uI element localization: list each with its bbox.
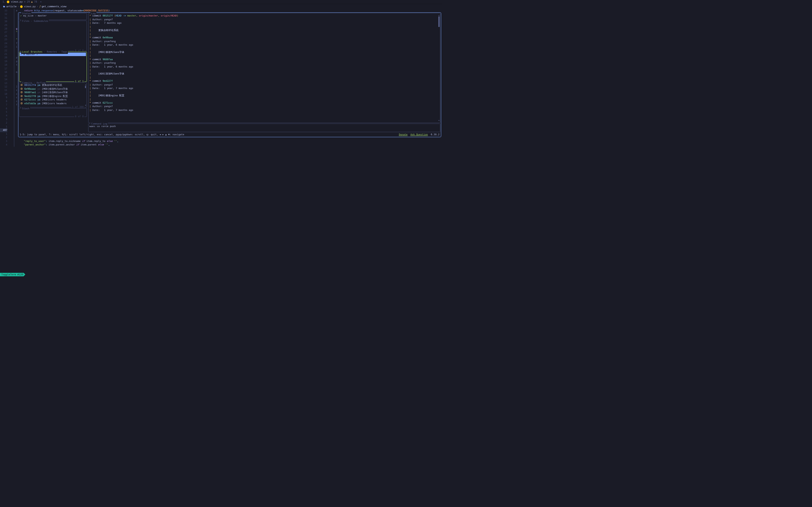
lazygit-left-column: Status ✓ my_site → master Files - Submod… [18,13,88,132]
crumb-file[interactable]: views.py [24,5,36,8]
folded-char: c [16,89,18,92]
line-number: 15 [0,74,7,78]
toggleterm-badge[interactable]: ToggleTerm #120 [0,273,26,276]
stash-panel[interactable]: Stash 0 of 0 [19,108,87,117]
line-number: 30 [0,20,7,23]
log-line: | [90,32,439,36]
log-line: | Date: 1 year, 6 months ago [90,65,439,68]
cmdlog-content: want to force push [90,124,439,128]
code-line: "reply_to_user": item.reply_to.nickname … [18,139,119,143]
panel-title-cmdlog: Command Log [90,122,108,125]
code-content-bottom[interactable]: "reply_to_user": item.reply_to.nickname … [18,139,119,147]
scrollbar-thumb[interactable] [438,16,439,27]
log-line: | Date: 1 year, 6 months ago [90,43,439,47]
branches-panel[interactable]: Local Branches - Remotes - Tags * ⚙ mast… [19,52,87,82]
folded-char [16,118,18,121]
line-number: 12 [0,85,7,89]
python-icon: ⬤ [7,0,9,3]
folded-char: e [16,9,18,12]
crumb-folder[interactable]: article [6,5,16,8]
log-panel[interactable]: Log * commit 001517f (HEAD -> master, or… [88,13,440,123]
log-line: | Date: 1 year, 7 months ago [90,87,439,90]
folded-char [16,49,18,52]
line-number: 26 [0,34,7,38]
panel-title-log: Log [90,12,96,15]
commit-item[interactable]: ⦿ 9688faa1 yx [ADD]添加MiSans字体 [20,91,85,94]
tab-filename: views.py [11,0,23,3]
line-number: 1 [0,125,7,128]
panel-title-branches: Local Branches - Remotes - Tags [21,50,68,54]
line-number: 10 [0,92,7,96]
line-number: 2 [0,135,7,139]
tab-bar: 1. ⬤ views.py ⊘ 29 ▲ 78 ✕ [0,0,443,4]
commits-panel[interactable]: Commits - Reflog ⦿ 001517f4 ya 更换自研评论系统⦿… [19,82,87,107]
commit-item[interactable]: ⦿ e5d7ab3a ya [MOD]cors headers [20,102,85,105]
line-number: 14 [0,78,7,81]
lazygit-window[interactable]: Status ✓ my_site → master Files - Submod… [18,12,441,137]
chevron-right-icon: › [17,5,19,8]
command-log-panel[interactable]: Command Log want to force push [88,124,440,132]
log-line: | Author: yangxf [90,18,439,21]
folded-char: c [16,100,18,103]
scroll-down-arrow[interactable]: ▼ [85,104,86,107]
editor-area: 3332313029282726252423222120191817161514… [0,9,443,273]
folded-char [16,34,18,38]
commit-item[interactable]: ⦿ 6271cccc ya [MOD]cors headers [20,98,85,101]
commit-item[interactable]: ⦿ 001517f4 ya 更换自研评论系统 [20,83,85,87]
folded-char: i [16,45,18,49]
tab-index: 1. [3,0,5,3]
tab-diag-count: ⊘ 29 [24,0,30,3]
ask-question-link[interactable]: Ask Question [410,133,428,136]
folded-char [16,23,18,27]
folded-char [16,67,18,70]
log-line: | [90,76,439,79]
line-number: 13 [0,81,7,85]
folder-icon: 🖿 [3,5,5,8]
code-line: "parent_anchor": item.parent.anchor if i… [18,143,119,147]
line-number: 8 [0,100,7,103]
lazygit-right-column: Log * commit 001517f (HEAD -> master, or… [88,13,441,132]
crumb-function[interactable]: get_comments_view [42,5,66,8]
close-icon[interactable]: ✕ [40,0,42,3]
line-number: 20 [0,56,7,59]
breadcrumb: 🖿 article › ⬤ views.py › ƒ get_comments_… [0,4,443,9]
help-bar: 1-5: jump to panel, ?: menu, H/L: scroll… [18,132,441,137]
files-panel[interactable]: Files - Submodules 0 of 0 [19,20,87,51]
folded-char: p [16,56,18,59]
commit-item[interactable]: ⦿ 6e90aaac yx [MOD]修改MiSans字体 [20,87,85,91]
line-number: 17 [0,67,7,70]
line-number: 19 [0,60,7,63]
tab-views-py[interactable]: 1. ⬤ views.py ⊘ 29 ▲ 78 ✕ [0,0,44,4]
folded-code-column: eg""fipptm]ccccf [16,9,18,273]
line-number: 7 [0,103,7,107]
panel-title-stash: Stash [21,107,30,110]
stash-counter: 0 of 0 [74,115,84,118]
line-number: 18 [0,63,7,66]
log-line: | Author: yangxf [90,83,439,87]
commit-item[interactable]: ⦿ 9ed227f8 ya [MOD]修改nginx 配置 [20,95,85,98]
line-number: 3 [0,118,7,121]
folded-char: ] [16,85,18,89]
line-number: 24 [0,42,7,45]
log-line: | [90,47,439,50]
folded-char [16,125,18,128]
folded-char: " [16,38,18,41]
log-line: | [90,90,439,94]
folded-char: p [16,60,18,63]
folded-char: c [16,96,18,99]
line-number: 407 [0,128,7,132]
line-number: 28 [0,27,7,31]
scroll-down-arrow[interactable]: ▼ [438,119,439,122]
log-line: | Date: 1 year, 7 months ago [90,108,439,112]
status-panel[interactable]: Status ✓ my_site → master [19,13,87,20]
log-line: | [90,25,439,29]
line-number-gutter: 3332313029282726252423222120191817161514… [0,9,9,273]
version-label: 0.38.2 [431,133,440,136]
folded-char [16,78,18,81]
indent-guides [9,9,16,273]
donate-link[interactable]: Donate [399,133,408,136]
scrollbar-thumb[interactable] [85,86,86,88]
line-number: 4 [0,143,7,147]
log-line: * commit 001517f (HEAD -> master, origin… [90,14,439,17]
line-number: 23 [0,45,7,49]
